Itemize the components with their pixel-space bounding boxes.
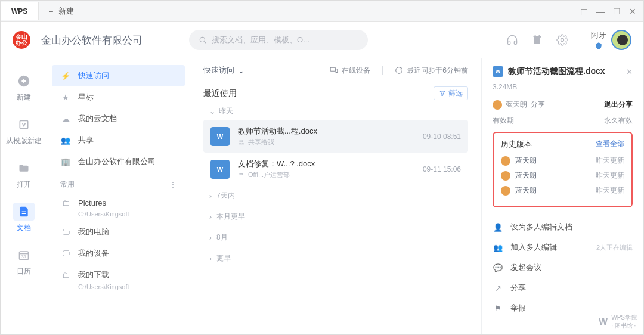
panel-icon[interactable]: ◫: [580, 7, 588, 16]
filter-button[interactable]: 筛选: [434, 86, 468, 100]
history-item[interactable]: 蓝天朗 昨天更新: [501, 185, 624, 196]
file-name: 教师节活动截...程.docx: [238, 126, 414, 137]
sidebar-cloud[interactable]: ☁ 我的云文档: [52, 108, 185, 129]
file-meta: Offi...户运营部: [238, 170, 414, 179]
new-tab-label: 新建: [58, 6, 74, 17]
group-label-text: 昨天: [219, 106, 233, 116]
validity-value: 永久有效: [604, 116, 633, 126]
online-devices[interactable]: 在线设备: [330, 66, 370, 76]
header-actions: [506, 34, 568, 46]
history-name: 蓝天朗: [515, 156, 591, 166]
action-start-meeting[interactable]: 💬 发起会议: [493, 258, 633, 278]
avatar-dot: [501, 186, 510, 196]
rail-label: 文档: [1, 223, 47, 233]
sidebar-share[interactable]: 👥 共享: [52, 129, 185, 151]
building-icon: 🏢: [60, 157, 71, 166]
file-sub-label: Offi...户运营部: [248, 170, 290, 179]
history-time: 昨天更新: [596, 185, 624, 196]
svg-rect-4: [20, 120, 27, 128]
user-menu[interactable]: 阿牙: [591, 30, 631, 50]
gear-icon[interactable]: [556, 34, 568, 46]
group-month-earlier[interactable]: ›本月更早: [203, 206, 468, 227]
file-sub-label: 共享给我: [248, 138, 274, 147]
sidebar-label: 金山办公软件有限公司: [78, 156, 156, 167]
file-time: 09-11 15:06: [423, 165, 461, 173]
group-7days[interactable]: ›7天内: [203, 185, 468, 206]
sidebar-quick-access[interactable]: ⚡ 快速访问: [52, 65, 185, 86]
folder-icon: [18, 162, 30, 174]
search-input[interactable]: 搜索文档、应用、模板、O...: [189, 30, 368, 50]
file-time: 09-10 08:51: [423, 132, 461, 141]
more-icon[interactable]: ⋮: [169, 181, 177, 189]
sidebar: ⚡ 快速访问 ★ 星标 ☁ 我的云文档 👥 共享 🏢 金山办公软件有限公司 常用…: [47, 58, 190, 334]
svg-point-9: [239, 140, 241, 142]
download-icon: 🗀: [60, 271, 71, 280]
file-row[interactable]: W 教师节活动截...程.docx 共享给我 09-10 08:51: [203, 120, 468, 153]
wps-college-badge[interactable]: W WPS学院 · 图书馆 ·: [599, 314, 637, 330]
sidebar-label: 我的电脑: [78, 227, 109, 237]
group-label-text: 更早: [216, 253, 231, 263]
sync-icon: [395, 66, 403, 75]
svg-point-11: [239, 173, 241, 175]
docx-icon: W: [493, 66, 503, 77]
sidebar-section-common: 常用 ⋮: [52, 172, 185, 193]
sidebar-mydownload[interactable]: 🗀 我的下载: [52, 264, 185, 286]
sidebar-company[interactable]: 🏢 金山办公软件有限公司: [52, 151, 185, 172]
headset-icon[interactable]: [506, 34, 518, 46]
action-label: 设为多人编辑文档: [510, 222, 572, 232]
detail-title-row: W 教师节活动截图流程.docx ✕: [493, 66, 633, 77]
app-logo: 金山办公: [13, 31, 30, 49]
rail-template[interactable]: 从模版新建: [1, 111, 47, 151]
group-august[interactable]: ›8月: [203, 227, 468, 248]
close-icon[interactable]: ✕: [626, 67, 633, 76]
history-title: 历史版本: [501, 139, 532, 150]
search-placeholder: 搜索文档、应用、模板、O...: [212, 35, 309, 45]
minimize-icon[interactable]: —: [596, 7, 605, 16]
sidebar-mydevice[interactable]: 🖵 我的设备: [52, 243, 185, 264]
flag-icon: ⚑: [493, 304, 503, 313]
rail-new[interactable]: 新建: [1, 67, 47, 107]
avatar-dot: [501, 171, 510, 181]
svg-text:31: 31: [21, 254, 26, 259]
action-set-multiedit[interactable]: 👤 设为多人编辑文档: [493, 217, 633, 237]
action-hint: 2人正在编辑: [596, 243, 633, 252]
group-label-text: 本月更早: [216, 212, 245, 222]
avatar[interactable]: [611, 30, 631, 50]
rail-label: 打开: [1, 179, 47, 190]
file-row[interactable]: W 文档修复：W...? .docx Offi...户运营部 09-11 15:…: [203, 153, 468, 185]
folder-icon: 🗀: [60, 198, 71, 207]
label: 最近同步于6分钟前: [407, 66, 468, 76]
maximize-icon[interactable]: ☐: [613, 7, 621, 16]
history-box: 历史版本 查看全部 蓝天朗 昨天更新 蓝天朗 昨天更新 蓝天朗 昨天更新: [493, 132, 633, 207]
group-earlier[interactable]: ›更早: [203, 248, 468, 269]
chevron-right-icon: ›: [209, 213, 212, 221]
rail-docs[interactable]: 文档: [1, 198, 47, 238]
new-tab-button[interactable]: ＋ 新建: [39, 6, 82, 17]
template-icon: [18, 119, 30, 131]
svg-rect-8: [336, 69, 338, 73]
close-icon[interactable]: ✕: [629, 7, 636, 16]
detail-panel: W 教师节活动截图流程.docx ✕ 3.24MB 蓝天朗 分享 退出分享 有效…: [481, 58, 643, 334]
history-item[interactable]: 蓝天朗 昨天更新: [501, 156, 624, 166]
tshirt-icon[interactable]: [531, 34, 543, 46]
people-icon: 👤: [493, 223, 503, 232]
action-share[interactable]: ↗ 分享: [493, 278, 633, 298]
group-yesterday[interactable]: ⌄ 昨天: [209, 106, 468, 116]
history-view-all[interactable]: 查看全部: [596, 139, 624, 150]
sidebar-mypc[interactable]: 🖵 我的电脑: [52, 221, 185, 243]
history-item[interactable]: 蓝天朗 昨天更新: [501, 170, 624, 181]
exit-share-button[interactable]: 退出分享: [604, 100, 633, 110]
rail-open[interactable]: 打开: [1, 154, 47, 194]
titlebar: WPS ＋ 新建 ◫ — ☐ ✕: [1, 1, 643, 22]
history-name: 蓝天朗: [515, 185, 591, 196]
funnel-icon: [439, 90, 446, 97]
sidebar-star[interactable]: ★ 星标: [52, 86, 185, 108]
rail-calendar[interactable]: 31 日历: [1, 241, 47, 281]
sidebar-label: 星标: [78, 92, 94, 103]
user-name: 阿牙: [591, 30, 606, 41]
docx-icon: W: [210, 127, 230, 146]
people-icon: 👥: [60, 136, 71, 145]
app-tab[interactable]: WPS: [1, 2, 39, 20]
action-join-multiedit[interactable]: 👥 加入多人编辑 2人正在编辑: [493, 237, 633, 258]
breadcrumb[interactable]: 快速访问 ⌄: [203, 65, 244, 76]
